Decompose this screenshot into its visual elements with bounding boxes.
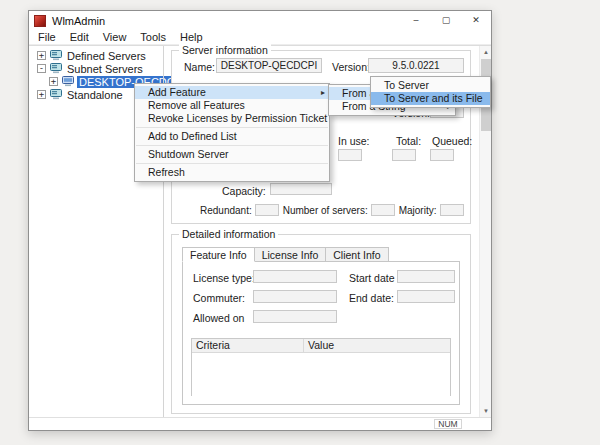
from-a-file-submenu: To Server To Server and its File [370, 76, 491, 108]
scroll-up-icon[interactable]: ▲ [480, 46, 492, 58]
number-of-servers-label: Number of servers: [283, 205, 368, 216]
menu-item-shutdown-server[interactable]: Shutdown Server [135, 148, 329, 161]
redundant-label: Redundant: [200, 205, 252, 216]
end-date-field [397, 290, 455, 303]
maximize-icon[interactable]: ▢ [431, 11, 461, 30]
queued-field [430, 149, 454, 161]
menu-item-label: Add to Defined List [148, 130, 237, 142]
collapse-toggle-icon[interactable]: - [37, 64, 46, 73]
name-label: Name: [184, 61, 215, 73]
server-icon [50, 63, 62, 74]
start-date-label: Start date [349, 272, 395, 284]
commuter-label: Commuter: [193, 292, 245, 304]
menu-item-label: Revoke Licenses by Permission Ticket [148, 112, 327, 124]
menu-tools[interactable]: Tools [133, 31, 173, 43]
license-type-label: License type: [193, 272, 255, 284]
menu-item-label: To Server [384, 79, 429, 91]
number-of-servers-field [371, 204, 395, 216]
tree-item-standalone[interactable]: + Standalone [37, 88, 125, 101]
majority-label: Majority: [399, 205, 437, 216]
tree-item-label[interactable]: Subnet Servers [65, 63, 145, 75]
minimize-icon[interactable]: – [401, 11, 431, 30]
menu-item-add-to-defined-list[interactable]: Add to Defined List [135, 130, 329, 143]
menu-item-label: Refresh [148, 166, 185, 178]
server-version-field: 9.5.0.0221 [368, 58, 464, 73]
end-date-label: End date: [349, 292, 394, 304]
tree-item-subnet-servers[interactable]: - Subnet Servers [37, 62, 145, 75]
group-title: Server information [179, 44, 271, 56]
commuter-field [253, 290, 337, 303]
menu-view[interactable]: View [96, 31, 134, 43]
menu-item-revoke-licenses[interactable]: Revoke Licenses by Permission Ticket [135, 112, 329, 125]
detailed-information-group: Detailed information Feature Info Licens… [171, 234, 471, 414]
queued-label: Queued: [432, 135, 472, 147]
menu-item-to-server[interactable]: To Server [371, 79, 490, 92]
server-name-field: DESKTOP-QECDCPI [216, 58, 322, 73]
expand-toggle-icon[interactable]: + [37, 51, 46, 60]
group-title: Detailed information [179, 228, 278, 240]
menu-item-to-server-and-its-file[interactable]: To Server and its File [371, 92, 490, 105]
server-icon [50, 89, 62, 100]
tree-item-defined-servers[interactable]: + Defined Servers [37, 49, 148, 62]
criteria-table: Criteria Value [191, 338, 451, 396]
in-use-label: In use: [338, 135, 370, 147]
context-menu: Add Feature ▸ Remove all Features Revoke… [134, 83, 330, 182]
scroll-down-icon[interactable]: ▼ [480, 405, 492, 417]
desktop-background: WlmAdmin – ▢ ✕ File Edit View Tools Help… [0, 0, 600, 445]
computer-icon [62, 76, 74, 87]
menu-file[interactable]: File [31, 31, 63, 43]
app-icon [34, 15, 46, 27]
expand-toggle-icon[interactable]: + [49, 77, 58, 86]
menubar: File Edit View Tools Help [29, 30, 491, 45]
feature-info-tab-panel: License type: Start date Commuter: End d… [182, 261, 460, 405]
menu-separator [136, 145, 328, 146]
redundancy-row: Redundant: Number of servers: Majority: [200, 203, 464, 217]
in-use-field [338, 149, 362, 161]
column-header-criteria[interactable]: Criteria [192, 339, 304, 352]
total-label: Total: [396, 135, 421, 147]
allowed-on-field [253, 310, 337, 323]
titlebar[interactable]: WlmAdmin – ▢ ✕ [29, 11, 491, 30]
window-controls: – ▢ ✕ [401, 11, 491, 30]
menu-help[interactable]: Help [173, 31, 210, 43]
table-body [192, 353, 450, 396]
tab-client-info[interactable]: Client Info [326, 247, 388, 262]
detail-tabs: Feature Info License Info Client Info [182, 247, 389, 262]
column-header-value[interactable]: Value [304, 339, 450, 352]
menu-item-add-feature[interactable]: Add Feature ▸ [135, 86, 329, 99]
table-header: Criteria Value [192, 339, 450, 353]
capacity-label: Capacity: [222, 185, 266, 197]
tab-license-info[interactable]: License Info [255, 247, 327, 262]
window-title: WlmAdmin [52, 15, 105, 27]
license-type-field [253, 270, 337, 283]
redundant-field [255, 204, 279, 216]
statusbar: NUM [29, 417, 491, 430]
menu-item-label: Add Feature [148, 86, 206, 98]
num-lock-indicator: NUM [434, 419, 462, 429]
start-date-field [397, 270, 455, 283]
server-icon [50, 50, 62, 61]
menu-item-label: To Server and its File [384, 92, 483, 104]
menu-item-refresh[interactable]: Refresh [135, 166, 329, 179]
submenu-arrow-icon: ▸ [321, 86, 325, 99]
menu-edit[interactable]: Edit [63, 31, 96, 43]
tree-item-label[interactable]: Standalone [65, 89, 125, 101]
menu-item-label: Shutdown Server [148, 148, 229, 160]
total-field [392, 149, 416, 161]
menu-item-label: Remove all Features [148, 99, 245, 111]
tree-item-label[interactable]: Defined Servers [65, 50, 148, 62]
allowed-on-label: Allowed on [193, 312, 244, 324]
majority-field [440, 204, 464, 216]
capacity-field [270, 183, 332, 195]
menu-separator [136, 163, 328, 164]
menu-separator [136, 127, 328, 128]
close-icon[interactable]: ✕ [461, 11, 491, 30]
version-label: Version: [332, 61, 370, 73]
expand-toggle-icon[interactable]: + [37, 90, 46, 99]
wlmadmin-window: WlmAdmin – ▢ ✕ File Edit View Tools Help… [28, 10, 492, 431]
menu-item-remove-all-features[interactable]: Remove all Features [135, 99, 329, 112]
tab-feature-info[interactable]: Feature Info [182, 247, 255, 262]
